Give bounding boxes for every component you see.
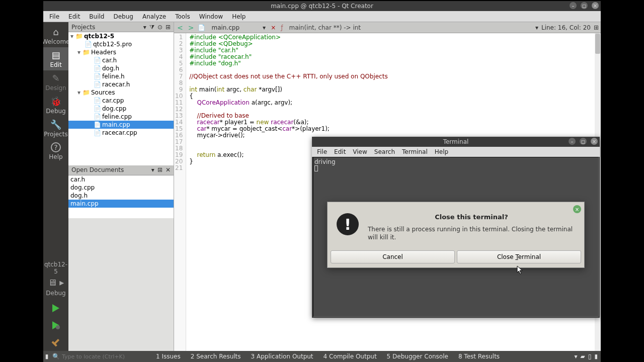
mode-debug[interactable]: 🐞Debug: [43, 94, 68, 117]
maximize-button[interactable]: ◻: [581, 2, 588, 9]
mode-welcome[interactable]: ⌂Welcome: [43, 24, 68, 47]
symbol-selector[interactable]: main(int, char **) -> int: [286, 24, 364, 31]
open-doc-item[interactable]: dog.cpp: [68, 184, 174, 192]
toggle-sidebar-icon[interactable]: ▮: [43, 353, 50, 360]
output-tab[interactable]: 3 Application Output: [246, 353, 318, 360]
tree-node[interactable]: ▾📁qtcb12-5: [68, 32, 174, 40]
term-menu-file[interactable]: File: [314, 147, 330, 156]
menu-help[interactable]: Help: [228, 12, 250, 21]
wrench-icon: 🔧: [50, 119, 61, 130]
term-menu-terminal[interactable]: Terminal: [399, 147, 431, 156]
tree-node[interactable]: 📄car.cpp: [68, 97, 174, 105]
project-tree[interactable]: ▾📁qtcb12-5📄qtcb12-5.pro▾📁Headers📄car.h📄d…: [68, 32, 174, 165]
open-docs-header: Open Documents ▾ ⊞ ✕: [68, 165, 174, 175]
terminal-minimize-button[interactable]: –: [569, 138, 576, 145]
tree-node[interactable]: 📄feline.h: [68, 72, 174, 80]
terminal-maximize-button[interactable]: ◻: [580, 138, 587, 145]
terminal-titlebar[interactable]: Terminal – ◻ ×: [312, 137, 600, 147]
mode-projects[interactable]: 🔧Projects: [43, 117, 68, 140]
tree-node[interactable]: 📄dog.cpp: [68, 105, 174, 113]
dialog-message: There is still a process running in this…: [368, 226, 575, 241]
open-doc-item[interactable]: car.h: [68, 175, 174, 184]
tree-node[interactable]: 📄dog.h: [68, 64, 174, 72]
chevron-down-icon[interactable]: ▾: [143, 24, 146, 31]
menu-file[interactable]: File: [45, 12, 63, 21]
editor-toolbar: < > 📄 main.cpp ▾ × ƒ main(int, char **) …: [174, 22, 601, 33]
minimize-button[interactable]: –: [570, 2, 577, 9]
term-menu-view[interactable]: View: [350, 147, 370, 156]
nav-back-button[interactable]: <: [176, 24, 184, 32]
tree-node[interactable]: 📄feline.cpp: [68, 113, 174, 121]
func-icon: ƒ: [281, 24, 283, 31]
output-tab[interactable]: 4 Compile Output: [318, 353, 382, 360]
split-icon[interactable]: ⊞: [166, 24, 171, 31]
tree-node[interactable]: ▾📁Headers: [68, 48, 174, 56]
window-title: main.cpp @ qtcb12-5 - Qt Creator: [271, 3, 373, 10]
menubar: File Edit Build Debug Analyze Tools Wind…: [43, 11, 601, 22]
locator[interactable]: 🔍: [50, 353, 151, 360]
close-button[interactable]: ×: [592, 2, 599, 9]
toggle-right-sidebar-icon[interactable]: ▮: [594, 353, 598, 360]
exclamation-icon: !: [337, 213, 359, 235]
tree-node[interactable]: 📄qtcb12-5.pro: [68, 40, 174, 48]
term-menu-edit[interactable]: Edit: [331, 147, 349, 156]
nav-fwd-button[interactable]: >: [187, 24, 195, 32]
progress-icon[interactable]: ▰: [581, 353, 585, 360]
output-tabs: 1 Issues2 Search Results3 Application Ou…: [151, 353, 575, 360]
mode-design: ✎Design: [43, 70, 68, 94]
menu-tools[interactable]: Tools: [171, 12, 194, 21]
output-tab[interactable]: 5 Debugger Console: [382, 353, 453, 360]
terminal-close-button[interactable]: ×: [591, 138, 598, 145]
menu-edit[interactable]: Edit: [64, 12, 84, 21]
term-menu-search[interactable]: Search: [371, 147, 398, 156]
bug-icon: 🐞: [50, 96, 61, 107]
build-button[interactable]: [48, 335, 64, 350]
line-gutter: 123456789101112131415161718192021: [174, 33, 186, 351]
menu-build[interactable]: Build: [85, 12, 108, 21]
dialog-close-button[interactable]: ×: [573, 205, 581, 213]
open-doc-item[interactable]: dog.h: [68, 192, 174, 200]
split-icon[interactable]: ⊞: [157, 166, 163, 173]
split-editor-icon[interactable]: ⊞: [594, 24, 599, 31]
output-tab[interactable]: 8 Test Results: [453, 353, 505, 360]
tree-node[interactable]: 📄car.h: [68, 56, 174, 64]
tree-node[interactable]: 📄main.cpp: [68, 121, 174, 129]
run-button[interactable]: [48, 301, 64, 316]
mode-edit[interactable]: ▤Edit: [43, 47, 68, 70]
tree-node[interactable]: ▾📁Sources: [68, 88, 174, 97]
output-bar: ▮ 🔍 1 Issues2 Search Results3 Applicatio…: [43, 351, 601, 362]
kit-selector[interactable]: qtcb12-5 🖥 ▸ Debug: [43, 258, 68, 300]
tree-node[interactable]: 📄racecar.h: [68, 80, 174, 88]
chevron-down-icon[interactable]: ▾: [263, 24, 266, 31]
projects-header: Projects ▾ ⧩ ⊙ ⊞: [68, 22, 174, 32]
titlebar[interactable]: main.cpp @ qtcb12-5 - Qt Creator – ◻ ×: [43, 1, 601, 11]
menu-window[interactable]: Window: [195, 12, 227, 21]
close-panel-icon[interactable]: ✕: [166, 166, 171, 173]
chevron-down-icon[interactable]: ▾: [535, 24, 538, 31]
chevron-down-icon[interactable]: ▾: [151, 166, 154, 173]
filter-icon[interactable]: ⧩: [149, 24, 154, 31]
current-file[interactable]: main.cpp: [208, 24, 260, 31]
close-terminal-button[interactable]: Close Terminal: [457, 250, 581, 263]
link-icon[interactable]: ⊙: [157, 24, 163, 31]
menu-analyze[interactable]: Analyze: [138, 12, 170, 21]
locator-input[interactable]: [62, 353, 142, 360]
file-icon: 📄: [198, 24, 205, 31]
output-tab[interactable]: 1 Issues: [151, 353, 186, 360]
close-progress-icon[interactable]: ▯: [588, 353, 592, 360]
mode-help[interactable]: ?Help: [43, 140, 68, 163]
design-icon: ✎: [50, 72, 61, 83]
monitor-icon: 🖥 ▸: [43, 277, 68, 288]
menu-debug[interactable]: Debug: [109, 12, 137, 21]
side-panel: Projects ▾ ⧩ ⊙ ⊞ ▾📁qtcb12-5📄qtcb12-5.pro…: [68, 22, 174, 351]
term-menu-help[interactable]: Help: [432, 147, 451, 156]
output-tab[interactable]: 2 Search Results: [186, 353, 246, 360]
run-debug-button[interactable]: [48, 318, 64, 333]
tree-node[interactable]: 📄racecar.cpp: [68, 129, 174, 137]
open-doc-item[interactable]: main.cpp: [68, 200, 174, 208]
line-col-indicator[interactable]: Line: 16, Col: 20: [541, 24, 591, 31]
search-icon: 🔍: [52, 353, 60, 360]
close-file-button[interactable]: ×: [269, 24, 278, 31]
cancel-button[interactable]: Cancel: [331, 250, 455, 263]
open-documents-list[interactable]: car.hdog.cppdog.hmain.cpp: [68, 175, 174, 218]
